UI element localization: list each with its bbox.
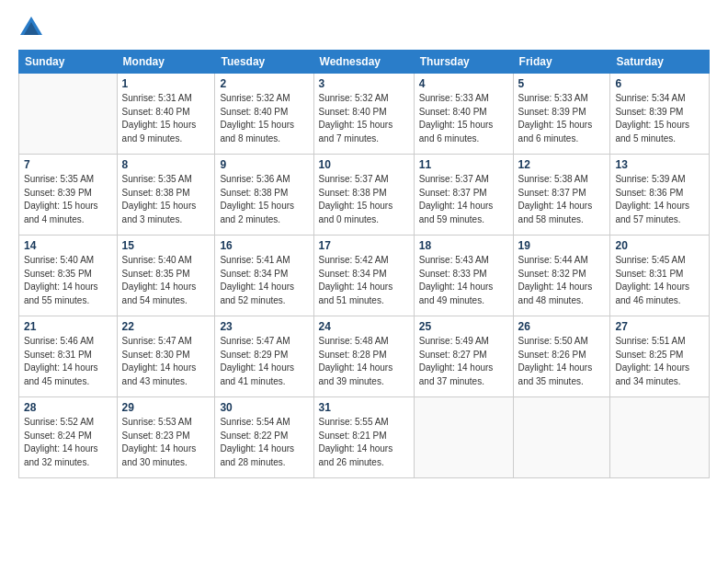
day-number: 5 bbox=[518, 77, 606, 90]
calendar-cell: 5Sunrise: 5:33 AMSunset: 8:39 PMDaylight… bbox=[513, 74, 610, 155]
day-info: Sunrise: 5:44 AMSunset: 8:32 PMDaylight:… bbox=[518, 254, 606, 307]
day-number: 11 bbox=[419, 158, 508, 171]
day-number: 19 bbox=[518, 239, 606, 252]
day-number: 22 bbox=[122, 320, 210, 333]
day-info: Sunrise: 5:50 AMSunset: 8:26 PMDaylight:… bbox=[518, 335, 606, 388]
day-info: Sunrise: 5:41 AMSunset: 8:34 PMDaylight:… bbox=[220, 254, 308, 307]
day-number: 27 bbox=[615, 320, 704, 333]
day-number: 23 bbox=[220, 320, 308, 333]
day-info: Sunrise: 5:47 AMSunset: 8:30 PMDaylight:… bbox=[122, 335, 210, 388]
day-info: Sunrise: 5:52 AMSunset: 8:24 PMDaylight:… bbox=[24, 416, 112, 469]
calendar-cell: 22Sunrise: 5:47 AMSunset: 8:30 PMDayligh… bbox=[117, 316, 215, 397]
day-info: Sunrise: 5:33 AMSunset: 8:39 PMDaylight:… bbox=[518, 92, 606, 145]
calendar-cell: 3Sunrise: 5:32 AMSunset: 8:40 PMDaylight… bbox=[313, 74, 414, 155]
calendar-cell: 2Sunrise: 5:32 AMSunset: 8:40 PMDaylight… bbox=[215, 74, 313, 155]
day-info: Sunrise: 5:33 AMSunset: 8:40 PMDaylight:… bbox=[419, 92, 508, 145]
day-number: 8 bbox=[122, 158, 210, 171]
calendar-cell bbox=[513, 397, 610, 478]
day-number: 17 bbox=[319, 239, 409, 252]
day-info: Sunrise: 5:38 AMSunset: 8:37 PMDaylight:… bbox=[518, 173, 606, 226]
day-info: Sunrise: 5:49 AMSunset: 8:27 PMDaylight:… bbox=[419, 335, 508, 388]
weekday-header-friday: Friday bbox=[513, 51, 610, 74]
day-info: Sunrise: 5:39 AMSunset: 8:36 PMDaylight:… bbox=[615, 173, 704, 226]
weekday-header-thursday: Thursday bbox=[414, 51, 513, 74]
calendar-cell: 8Sunrise: 5:35 AMSunset: 8:38 PMDaylight… bbox=[117, 155, 215, 236]
week-row-2: 7Sunrise: 5:35 AMSunset: 8:39 PMDaylight… bbox=[19, 155, 710, 236]
day-info: Sunrise: 5:53 AMSunset: 8:23 PMDaylight:… bbox=[122, 416, 210, 469]
calendar-cell: 13Sunrise: 5:39 AMSunset: 8:36 PMDayligh… bbox=[610, 155, 710, 236]
day-info: Sunrise: 5:42 AMSunset: 8:34 PMDaylight:… bbox=[319, 254, 409, 307]
day-info: Sunrise: 5:48 AMSunset: 8:28 PMDaylight:… bbox=[319, 335, 409, 388]
day-info: Sunrise: 5:40 AMSunset: 8:35 PMDaylight:… bbox=[24, 254, 112, 307]
day-info: Sunrise: 5:36 AMSunset: 8:38 PMDaylight:… bbox=[220, 173, 308, 226]
day-info: Sunrise: 5:47 AMSunset: 8:29 PMDaylight:… bbox=[220, 335, 308, 388]
calendar-cell: 7Sunrise: 5:35 AMSunset: 8:39 PMDaylight… bbox=[19, 155, 118, 236]
day-info: Sunrise: 5:46 AMSunset: 8:31 PMDaylight:… bbox=[24, 335, 112, 388]
day-number: 1 bbox=[122, 77, 210, 90]
week-row-5: 28Sunrise: 5:52 AMSunset: 8:24 PMDayligh… bbox=[19, 397, 710, 478]
weekday-header-tuesday: Tuesday bbox=[215, 51, 313, 74]
calendar-cell: 16Sunrise: 5:41 AMSunset: 8:34 PMDayligh… bbox=[215, 236, 313, 316]
weekday-header-monday: Monday bbox=[117, 51, 215, 74]
weekday-header-wednesday: Wednesday bbox=[313, 51, 414, 74]
week-row-4: 21Sunrise: 5:46 AMSunset: 8:31 PMDayligh… bbox=[19, 316, 710, 397]
weekday-header-saturday: Saturday bbox=[610, 51, 710, 74]
day-number: 15 bbox=[122, 239, 210, 252]
day-number: 13 bbox=[615, 158, 704, 171]
calendar-cell: 30Sunrise: 5:54 AMSunset: 8:22 PMDayligh… bbox=[215, 397, 313, 478]
day-info: Sunrise: 5:55 AMSunset: 8:21 PMDaylight:… bbox=[319, 416, 409, 469]
logo bbox=[18, 15, 46, 40]
day-number: 10 bbox=[319, 158, 409, 171]
day-number: 14 bbox=[24, 239, 112, 252]
calendar-cell: 15Sunrise: 5:40 AMSunset: 8:35 PMDayligh… bbox=[117, 236, 215, 316]
day-number: 7 bbox=[24, 158, 112, 171]
calendar-cell: 24Sunrise: 5:48 AMSunset: 8:28 PMDayligh… bbox=[313, 316, 414, 397]
day-number: 29 bbox=[122, 401, 210, 414]
day-info: Sunrise: 5:34 AMSunset: 8:39 PMDaylight:… bbox=[615, 92, 704, 145]
day-info: Sunrise: 5:35 AMSunset: 8:38 PMDaylight:… bbox=[122, 173, 210, 226]
day-number: 20 bbox=[615, 239, 704, 252]
day-info: Sunrise: 5:32 AMSunset: 8:40 PMDaylight:… bbox=[319, 92, 409, 145]
calendar-cell bbox=[414, 397, 513, 478]
day-info: Sunrise: 5:51 AMSunset: 8:25 PMDaylight:… bbox=[615, 335, 704, 388]
calendar-cell: 19Sunrise: 5:44 AMSunset: 8:32 PMDayligh… bbox=[513, 236, 610, 316]
calendar-cell: 18Sunrise: 5:43 AMSunset: 8:33 PMDayligh… bbox=[414, 236, 513, 316]
calendar-cell: 27Sunrise: 5:51 AMSunset: 8:25 PMDayligh… bbox=[610, 316, 710, 397]
day-number: 26 bbox=[518, 320, 606, 333]
calendar-cell: 21Sunrise: 5:46 AMSunset: 8:31 PMDayligh… bbox=[19, 316, 118, 397]
day-number: 25 bbox=[419, 320, 508, 333]
day-number: 4 bbox=[419, 77, 508, 90]
day-number: 2 bbox=[220, 77, 308, 90]
day-number: 31 bbox=[319, 401, 409, 414]
calendar-cell: 25Sunrise: 5:49 AMSunset: 8:27 PMDayligh… bbox=[414, 316, 513, 397]
logo-icon bbox=[18, 15, 44, 40]
day-number: 6 bbox=[615, 77, 704, 90]
calendar-cell: 9Sunrise: 5:36 AMSunset: 8:38 PMDaylight… bbox=[215, 155, 313, 236]
calendar-cell bbox=[610, 397, 710, 478]
day-number: 24 bbox=[319, 320, 409, 333]
day-number: 12 bbox=[518, 158, 606, 171]
day-number: 21 bbox=[24, 320, 112, 333]
weekday-header-row: SundayMondayTuesdayWednesdayThursdayFrid… bbox=[19, 51, 710, 74]
day-info: Sunrise: 5:32 AMSunset: 8:40 PMDaylight:… bbox=[220, 92, 308, 145]
day-info: Sunrise: 5:54 AMSunset: 8:22 PMDaylight:… bbox=[220, 416, 308, 469]
calendar-cell bbox=[19, 74, 118, 155]
day-number: 28 bbox=[24, 401, 112, 414]
day-info: Sunrise: 5:45 AMSunset: 8:31 PMDaylight:… bbox=[615, 254, 704, 307]
week-row-3: 14Sunrise: 5:40 AMSunset: 8:35 PMDayligh… bbox=[19, 236, 710, 316]
calendar-cell: 20Sunrise: 5:45 AMSunset: 8:31 PMDayligh… bbox=[610, 236, 710, 316]
day-number: 18 bbox=[419, 239, 508, 252]
day-info: Sunrise: 5:40 AMSunset: 8:35 PMDaylight:… bbox=[122, 254, 210, 307]
calendar-cell: 12Sunrise: 5:38 AMSunset: 8:37 PMDayligh… bbox=[513, 155, 610, 236]
calendar-cell: 23Sunrise: 5:47 AMSunset: 8:29 PMDayligh… bbox=[215, 316, 313, 397]
calendar-cell: 17Sunrise: 5:42 AMSunset: 8:34 PMDayligh… bbox=[313, 236, 414, 316]
calendar-cell: 28Sunrise: 5:52 AMSunset: 8:24 PMDayligh… bbox=[19, 397, 118, 478]
weekday-header-sunday: Sunday bbox=[19, 51, 118, 74]
calendar-cell: 6Sunrise: 5:34 AMSunset: 8:39 PMDaylight… bbox=[610, 74, 710, 155]
day-number: 3 bbox=[319, 77, 409, 90]
day-info: Sunrise: 5:35 AMSunset: 8:39 PMDaylight:… bbox=[24, 173, 112, 226]
calendar-cell: 31Sunrise: 5:55 AMSunset: 8:21 PMDayligh… bbox=[313, 397, 414, 478]
calendar-cell: 14Sunrise: 5:40 AMSunset: 8:35 PMDayligh… bbox=[19, 236, 118, 316]
page: SundayMondayTuesdayWednesdayThursdayFrid… bbox=[0, 0, 728, 488]
day-number: 16 bbox=[220, 239, 308, 252]
